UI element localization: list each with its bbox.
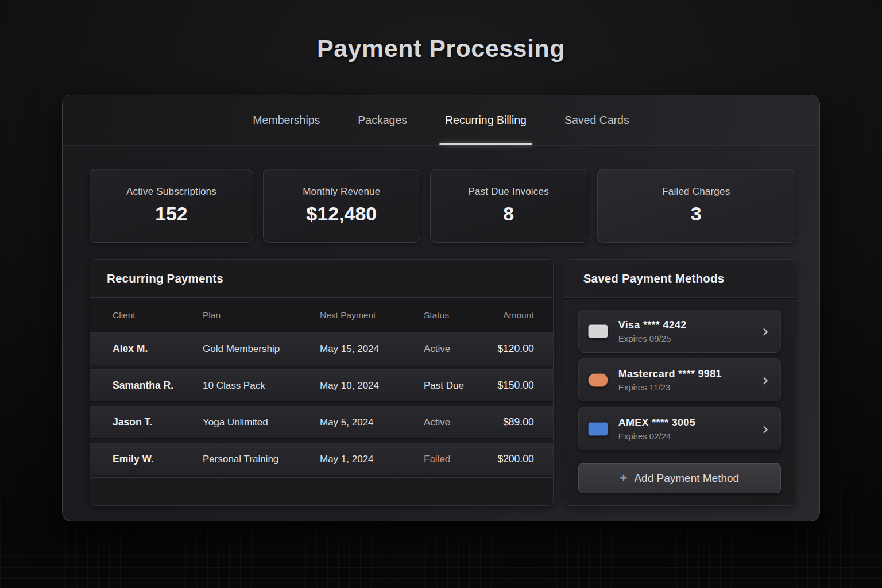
payment-method-visa[interactable]: Visa **** 4242 Expires 09/25 ›: [578, 310, 781, 353]
tab-memberships[interactable]: Memberships: [250, 95, 322, 145]
main-panel: Memberships Packages Recurring Billing S…: [62, 95, 820, 521]
column-header-plan: Plan: [203, 310, 320, 320]
payment-method-amex[interactable]: AMEX **** 3005 Expires 02/24 ›: [578, 407, 781, 450]
cell-next-payment: May 5, 2024: [320, 417, 424, 428]
stat-value: $12,480: [264, 203, 420, 225]
payment-method-name: AMEX **** 3005: [618, 417, 695, 429]
cell-next-payment: May 1, 2024: [320, 454, 424, 465]
table-row[interactable]: Samantha R. 10 Class Pack May 10, 2024 P…: [90, 369, 553, 402]
payment-method-text: Visa **** 4242 Expires 09/25: [618, 319, 687, 343]
cell-client: Jason T.: [113, 416, 203, 428]
tab-recurring-billing[interactable]: Recurring Billing: [443, 95, 529, 145]
stat-value: 8: [431, 203, 587, 225]
stat-card-failed-charges: Failed Charges 3: [597, 169, 795, 243]
status-badge: Past Due: [424, 380, 494, 392]
stat-card-past-due-invoices: Past Due Invoices 8: [430, 169, 587, 243]
saved-payment-methods-header: Saved Payment Methods: [564, 260, 795, 298]
column-header-status: Status: [424, 310, 494, 320]
cell-plan: Yoga Unlimited: [203, 417, 320, 428]
chevron-right-icon: ›: [762, 324, 769, 338]
cell-plan: Gold Membership: [203, 343, 320, 355]
cell-amount: $150.00: [494, 380, 534, 392]
stat-label: Active Subscriptions: [90, 186, 253, 198]
cell-client: Alex M.: [113, 343, 203, 355]
page-title: Payment Processing: [0, 0, 882, 63]
saved-payment-methods-title: Saved Payment Methods: [583, 272, 725, 285]
payment-method-text: Mastercard **** 9981 Expires 11/23: [618, 368, 722, 392]
cell-amount: $120.00: [494, 343, 534, 355]
stat-label: Failed Charges: [598, 186, 795, 198]
saved-payment-methods-card: Saved Payment Methods Visa **** 4242 Exp…: [564, 259, 795, 506]
cell-amount: $200.00: [494, 453, 534, 465]
stat-label: Monthly Revenue: [264, 186, 420, 198]
stat-value: 3: [598, 203, 795, 225]
recurring-payments-header: Recurring Payments: [90, 260, 553, 298]
tab-bar: Memberships Packages Recurring Billing S…: [63, 95, 819, 145]
table-row[interactable]: Jason T. Yoga Unlimited May 5, 2024 Acti…: [90, 406, 553, 439]
status-badge: Failed: [424, 454, 494, 465]
cell-next-payment: May 10, 2024: [320, 380, 424, 392]
status-badge: Active: [424, 417, 494, 428]
recurring-payments-card: Recurring Payments Client Plan Next Paym…: [90, 259, 554, 506]
tab-saved-cards[interactable]: Saved Cards: [562, 95, 632, 145]
plus-icon: +: [620, 472, 628, 485]
payment-method-expiry: Expires 02/24: [618, 431, 695, 441]
cell-client: Samantha R.: [113, 380, 203, 392]
stats-row: Active Subscriptions 152 Monthly Revenue…: [90, 169, 795, 243]
table-column-headers: Client Plan Next Payment Status Amount: [90, 298, 553, 332]
stat-card-active-subscriptions: Active Subscriptions 152: [90, 169, 253, 243]
cell-client: Emily W.: [113, 453, 203, 465]
payment-method-mastercard[interactable]: Mastercard **** 9981 Expires 11/23 ›: [578, 358, 781, 401]
chevron-right-icon: ›: [762, 373, 769, 387]
add-payment-method-button[interactable]: + Add Payment Method: [578, 463, 781, 493]
recurring-payments-title: Recurring Payments: [107, 272, 223, 285]
table-footer-divider: [90, 477, 553, 505]
tab-packages[interactable]: Packages: [355, 95, 409, 145]
cell-plan: 10 Class Pack: [203, 380, 320, 392]
payment-method-name: Visa **** 4242: [618, 319, 687, 331]
column-header-next-payment: Next Payment: [320, 310, 424, 320]
status-badge: Active: [424, 343, 494, 355]
cell-amount: $89.00: [494, 416, 534, 428]
amex-card-icon: [588, 422, 608, 436]
stat-label: Past Due Invoices: [431, 186, 587, 198]
payment-method-expiry: Expires 09/25: [618, 334, 687, 343]
table-row[interactable]: Alex M. Gold Membership May 15, 2024 Act…: [90, 332, 553, 365]
column-header-amount: Amount: [494, 310, 534, 320]
table-body: Alex M. Gold Membership May 15, 2024 Act…: [90, 332, 553, 475]
table-row[interactable]: Emily W. Personal Training May 1, 2024 F…: [90, 443, 553, 475]
cell-next-payment: May 15, 2024: [320, 343, 424, 355]
add-payment-method-label: Add Payment Method: [634, 472, 739, 485]
payment-method-name: Mastercard **** 9981: [618, 368, 722, 380]
payment-method-text: AMEX **** 3005 Expires 02/24: [618, 417, 695, 441]
stat-card-monthly-revenue: Monthly Revenue $12,480: [263, 169, 420, 243]
mastercard-card-icon: [588, 373, 608, 387]
stat-value: 152: [90, 203, 253, 225]
content-row: Recurring Payments Client Plan Next Paym…: [90, 259, 795, 506]
chevron-right-icon: ›: [762, 422, 769, 436]
payment-method-list: Visa **** 4242 Expires 09/25 › Mastercar…: [564, 298, 795, 450]
payment-method-expiry: Expires 11/23: [618, 382, 722, 392]
visa-card-icon: [588, 324, 608, 338]
cell-plan: Personal Training: [203, 454, 320, 465]
column-header-client: Client: [113, 310, 203, 320]
